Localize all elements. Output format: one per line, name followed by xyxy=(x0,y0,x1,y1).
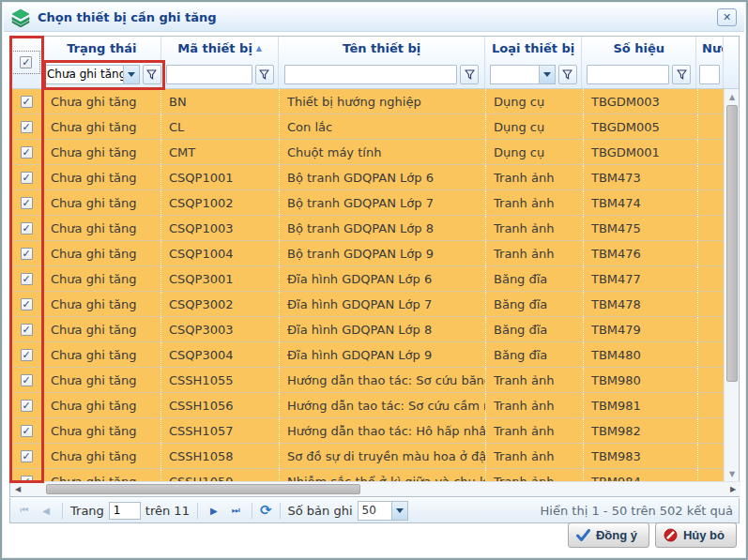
column-header-country[interactable]: Nước xyxy=(696,37,723,61)
pager-toolbar: ⏮ ◀ Trang trên 11 ▶ ⏭ ⟳ Số bản ghi 50 Hi… xyxy=(9,498,740,523)
cell-type: Dụng cụ xyxy=(486,114,584,139)
prohibition-icon xyxy=(664,528,678,542)
scroll-down-icon[interactable]: ▼ xyxy=(725,466,739,481)
row-checkbox[interactable]: ✓ xyxy=(21,248,33,260)
filter-funnel-icon xyxy=(259,69,269,80)
dialog-footer: Đồng ý Hủy bỏ xyxy=(2,522,746,552)
table-row[interactable]: ✓ Chưa ghi tăng CSSH1056 Hướng dẫn tao t… xyxy=(10,393,739,418)
page-number-input[interactable] xyxy=(109,502,141,520)
name-filter-input[interactable] xyxy=(284,65,457,84)
row-checkbox[interactable]: ✓ xyxy=(21,96,33,108)
row-checkbox[interactable]: ✓ xyxy=(21,298,33,310)
cell-country xyxy=(698,393,725,417)
column-header-name[interactable]: Tên thiết bị xyxy=(279,37,483,61)
type-filter-funnel-button[interactable] xyxy=(558,65,577,84)
cell-type: Băng đĩa xyxy=(486,266,584,291)
cell-type: Dụng cụ xyxy=(486,89,584,114)
cell-country xyxy=(698,342,725,367)
code-filter-funnel-button[interactable] xyxy=(255,65,274,84)
status-filter-funnel-button[interactable] xyxy=(143,65,161,84)
column-header-type[interactable]: Loại thiết bị xyxy=(485,37,582,61)
cell-type: Tranh ảnh xyxy=(486,418,584,443)
code-filter-input[interactable] xyxy=(166,65,252,84)
row-checkbox[interactable]: ✓ xyxy=(21,374,33,386)
cell-type: Băng đĩa xyxy=(486,317,584,341)
column-header-status[interactable]: Trạng thái xyxy=(43,37,160,61)
cell-name: Hướng dẫn thao tác: Hô hấp nhân tạo. xyxy=(280,418,486,443)
grid-body: ✓ Chưa ghi tăng BN Thiết bị hướng nghiệp… xyxy=(10,89,739,481)
row-checkbox[interactable]: ✓ xyxy=(21,324,33,336)
serial-filter-input[interactable] xyxy=(587,65,669,84)
chevron-down-icon xyxy=(543,72,551,77)
row-checkbox[interactable]: ✓ xyxy=(21,425,33,437)
vertical-scrollbar-thumb[interactable] xyxy=(726,105,738,382)
table-row[interactable]: ✓ Chưa ghi tăng CSQP3001 Đĩa hình GDQPAN… xyxy=(10,266,739,292)
status-filter-dropdown-button[interactable] xyxy=(123,65,140,84)
records-per-page-combo[interactable]: 50 xyxy=(358,501,408,521)
last-page-button[interactable]: ⏭ xyxy=(227,502,244,519)
close-button[interactable]: ✕ xyxy=(717,8,737,26)
first-page-button[interactable]: ⏮ xyxy=(16,502,33,519)
table-row[interactable]: ✓ Chưa ghi tăng CMT Chuột máy tính Dụng … xyxy=(10,140,739,165)
close-icon: ✕ xyxy=(723,11,731,23)
scroll-right-icon[interactable]: ▶ xyxy=(725,482,740,496)
scroll-up-icon[interactable]: ▲ xyxy=(725,89,739,104)
serial-filter-funnel-button[interactable] xyxy=(672,65,691,84)
cell-country xyxy=(698,114,725,139)
table-row[interactable]: ✓ Chưa ghi tăng CSQP3003 Đĩa hình GDQPAN… xyxy=(10,317,739,342)
table-row[interactable]: ✓ Chưa ghi tăng CSQP3004 Đĩa hình GDQPAN… xyxy=(10,342,739,368)
row-checkbox[interactable]: ✓ xyxy=(21,222,33,235)
cell-status: Chưa ghi tăng xyxy=(43,190,161,215)
table-row[interactable]: ✓ Chưa ghi tăng CSQP1001 Bộ tranh GDQPAN… xyxy=(10,165,739,190)
status-filter-combo[interactable]: Chưa ghi tăng xyxy=(42,65,140,84)
column-header-code[interactable]: Mã thiết bị▲ xyxy=(161,37,279,61)
cell-country xyxy=(698,241,725,265)
row-checkbox[interactable]: ✓ xyxy=(21,146,33,159)
ok-button[interactable]: Đồng ý xyxy=(568,522,649,548)
row-checkbox[interactable]: ✓ xyxy=(21,349,33,361)
cancel-button[interactable]: Hủy bỏ xyxy=(655,522,737,548)
cell-name: Bộ tranh GDQPAN Lớp 6 xyxy=(280,165,486,189)
vertical-scrollbar[interactable]: ▲ ▼ xyxy=(724,89,739,481)
grid-header: ✓ Trạng thái Chưa ghi tăng xyxy=(10,37,739,89)
cell-serial: TBM984 xyxy=(584,469,698,481)
row-checkbox[interactable]: ✓ xyxy=(21,172,33,184)
next-page-button[interactable]: ▶ xyxy=(206,502,222,519)
horizontal-scrollbar-thumb[interactable] xyxy=(46,484,360,494)
cell-type: Tranh ảnh xyxy=(486,444,584,468)
type-filter-dropdown-button[interactable] xyxy=(539,65,556,84)
cell-serial: TBM477 xyxy=(584,266,698,291)
row-checkbox[interactable]: ✓ xyxy=(21,450,33,462)
table-row[interactable]: ✓ Chưa ghi tăng BN Thiết bị hướng nghiệp… xyxy=(10,89,739,114)
select-all-checkbox[interactable]: ✓ xyxy=(20,56,32,68)
dialog-titlebar: Chọn thiết bị cần ghi tăng ✕ xyxy=(4,4,744,32)
records-dropdown-button[interactable] xyxy=(391,501,408,521)
table-row[interactable]: ✓ Chưa ghi tăng CSSH1059 Nhiễm sắc thể ở… xyxy=(10,469,739,481)
column-header-serial[interactable]: Số hiệu xyxy=(582,37,695,61)
table-row[interactable]: ✓ Chưa ghi tăng CSQP1002 Bộ tranh GDQPAN… xyxy=(10,190,739,216)
cell-status: Chưa ghi tăng xyxy=(43,140,161,164)
scroll-left-icon[interactable]: ◀ xyxy=(10,482,25,496)
horizontal-scrollbar[interactable]: ◀ ▶ xyxy=(10,481,740,496)
cell-code: CL xyxy=(161,114,280,139)
cell-name: Bộ tranh GDQPAN Lớp 9 xyxy=(280,241,486,265)
table-row[interactable]: ✓ Chưa ghi tăng CSQP3002 Đĩa hình GDQPAN… xyxy=(10,292,739,317)
table-row[interactable]: ✓ Chưa ghi tăng CSSH1057 Hướng dẫn thao … xyxy=(10,418,739,444)
prev-page-button[interactable]: ◀ xyxy=(38,502,54,519)
country-filter-input[interactable] xyxy=(699,65,720,84)
name-filter-funnel-button[interactable] xyxy=(460,65,479,84)
table-row[interactable]: ✓ Chưa ghi tăng CSSH1055 Hướng dẫn thao … xyxy=(10,368,739,393)
row-checkbox[interactable]: ✓ xyxy=(21,197,33,209)
row-checkbox[interactable]: ✓ xyxy=(21,273,33,285)
refresh-icon[interactable]: ⟳ xyxy=(260,504,272,518)
row-checkbox[interactable]: ✓ xyxy=(21,121,33,133)
cell-type: Băng đĩa xyxy=(486,292,584,316)
cell-serial: TBM479 xyxy=(584,317,698,341)
cell-code: CMT xyxy=(161,140,280,164)
table-row[interactable]: ✓ Chưa ghi tăng CL Con lắc Dụng cụ TBGDM… xyxy=(10,114,739,140)
type-filter-combo[interactable] xyxy=(490,65,556,84)
table-row[interactable]: ✓ Chưa ghi tăng CSQP1003 Bộ tranh GDQPAN… xyxy=(10,216,739,241)
table-row[interactable]: ✓ Chưa ghi tăng CSSH1058 Sơ đồ sự di tru… xyxy=(10,444,739,469)
table-row[interactable]: ✓ Chưa ghi tăng CSQP1004 Bộ tranh GDQPAN… xyxy=(10,241,739,266)
row-checkbox[interactable]: ✓ xyxy=(21,400,33,412)
